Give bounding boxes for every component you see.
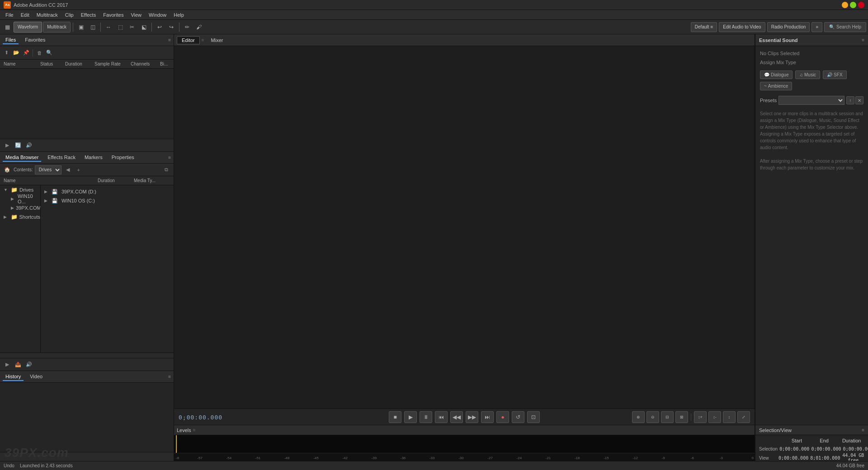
presets-save-btn[interactable]: ↑ [846, 96, 854, 104]
dialogue-button[interactable]: 💬 Dialogue [760, 70, 793, 79]
tab-video[interactable]: Video [27, 373, 45, 381]
amplitude-full[interactable]: ⤢ [737, 411, 750, 423]
col-name-header: Name [2, 61, 38, 66]
window-controls[interactable] [842, 2, 864, 8]
maximize-button[interactable] [850, 2, 856, 8]
files-play-btn[interactable]: ▶ [3, 141, 12, 150]
menu-help[interactable]: Help [170, 11, 188, 19]
forward-button[interactable]: ▶▶ [466, 411, 478, 423]
menu-effects[interactable]: Effects [77, 11, 99, 19]
media-sound-btn[interactable]: 🔊 [24, 360, 33, 369]
tab-files[interactable]: Files [3, 36, 19, 44]
files-volume-btn[interactable]: 🔊 [24, 141, 33, 150]
editor-controls: 0;00:00.000 ■ ▶ ⏸ ⏮ ◀◀ ▶▶ ⏭ ● ↺ ⊡ ⊕ ⊖ ⊟ … [174, 409, 755, 425]
prev-button[interactable]: ⏮ [435, 411, 448, 423]
files-panel-menu-icon[interactable]: ≡ [168, 38, 171, 42]
expand-win10-icon: ▶ [44, 198, 50, 203]
output-button[interactable]: ⊡ [527, 411, 540, 423]
zoom-full-btn[interactable]: ⊠ [675, 411, 688, 423]
amplitude-fit[interactable]: ↕ [723, 411, 736, 423]
tree-drives[interactable]: ▼ 📁 Drives [0, 185, 40, 194]
tree-39px[interactable]: ▶ 39PX.COM... [0, 203, 40, 212]
tab-media-browser[interactable]: Media Browser [3, 154, 41, 162]
levels-menu-icon[interactable]: ≡ [193, 428, 196, 432]
record-button[interactable]: ● [496, 411, 509, 423]
workspace-edit-audio[interactable]: Edit Audio to Video [719, 22, 765, 32]
toolbar-btn-1[interactable]: ▣ [75, 22, 86, 33]
sfx-button[interactable]: 🔊 SFX [823, 70, 846, 79]
media-home-btn[interactable]: 🏠 [3, 165, 12, 174]
stop-button[interactable]: ■ [389, 411, 401, 423]
essential-menu-icon[interactable]: ≡ [862, 38, 864, 42]
files-import-btn[interactable]: ⬆ [2, 48, 11, 57]
files-loop-btn[interactable]: 🔄 [14, 141, 23, 150]
menu-file[interactable]: File [2, 11, 17, 19]
media-add-btn[interactable]: + [74, 165, 83, 174]
tree-win10o[interactable]: ▶ WIN10 O... [0, 194, 40, 203]
search-help-button[interactable]: 🔍 Search Help [824, 22, 866, 32]
tab-properties[interactable]: Properties [109, 154, 137, 162]
toolbar-razor-tool[interactable]: ✂ [127, 22, 137, 33]
tab-mixer[interactable]: Mixer [206, 36, 228, 44]
menu-favorites[interactable]: Favorites [99, 11, 127, 19]
presets-dropdown[interactable] [778, 96, 844, 105]
history-panel-tabs: History Video ≡ [0, 371, 174, 383]
media-import-btn[interactable]: 📤 [14, 360, 23, 369]
ambience-button[interactable]: ~ Ambience [760, 82, 792, 90]
toolbar-undo[interactable]: ↩ [154, 22, 165, 33]
toolbar-btn-2[interactable]: ◫ [87, 22, 98, 33]
menu-view[interactable]: View [127, 11, 145, 19]
media-play-btn[interactable]: ▶ [3, 360, 12, 369]
drives-folder-icon: 📁 [11, 187, 18, 193]
toolbar-selection-tool[interactable]: ⬚ [115, 22, 126, 33]
tab-markers[interactable]: Markers [82, 154, 105, 162]
presets-delete-btn[interactable]: ✕ [855, 96, 863, 104]
history-panel-menu-icon[interactable]: ≡ [168, 374, 171, 379]
files-open-btn[interactable]: 📂 [12, 48, 21, 57]
rewind-button[interactable]: ◀◀ [450, 411, 463, 423]
menu-multitrack[interactable]: Multitrack [33, 11, 61, 19]
workspace-more[interactable]: » [811, 22, 822, 32]
media-panel-menu-icon[interactable]: ≡ [168, 155, 171, 160]
music-button[interactable]: ♫ Music [795, 70, 820, 79]
media-filter-btn[interactable]: ⧉ [162, 165, 171, 174]
close-button[interactable] [858, 2, 864, 8]
tab-effects-rack[interactable]: Effects Rack [45, 154, 78, 162]
media-item-39px[interactable]: ▶ 💾 39PX.COM (D:) [41, 187, 174, 196]
zoom-out-btn[interactable]: ⊖ [646, 411, 659, 423]
files-delete-btn[interactable]: 🗑 [35, 48, 44, 57]
media-back-btn[interactable]: ◀ [63, 165, 72, 174]
tab-editor[interactable]: Editor [177, 36, 200, 44]
amplitude-zoom-out[interactable]: ↕- [708, 411, 721, 423]
toolbar-grid-icon[interactable]: ▦ [2, 22, 13, 33]
next-button[interactable]: ⏭ [481, 411, 494, 423]
toolbar-lasso-tool[interactable]: ⬕ [138, 22, 149, 33]
files-search-btn[interactable]: 🔍 [45, 48, 54, 57]
pause-button[interactable]: ⏸ [420, 411, 432, 423]
toolbar-redo[interactable]: ↪ [166, 22, 177, 33]
media-item-win10[interactable]: ▶ 💾 WIN10 OS (C:) [41, 196, 174, 205]
zoom-in-btn[interactable]: ⊕ [632, 411, 645, 423]
workspace-radio[interactable]: Radio Production [767, 22, 810, 32]
minimize-button[interactable] [842, 2, 848, 8]
files-pin-btn[interactable]: 📌 [22, 48, 31, 57]
waveform-button[interactable]: Waveform [14, 22, 42, 33]
menu-edit[interactable]: Edit [17, 11, 33, 19]
toolbar-brush[interactable]: 🖌 [193, 22, 204, 33]
tab-history[interactable]: History [3, 373, 24, 381]
multitrack-button[interactable]: Multitrack [43, 22, 71, 33]
zoom-fit-btn[interactable]: ⊟ [661, 411, 674, 423]
contents-dropdown[interactable]: Drives [35, 165, 61, 174]
toolbar-pencil[interactable]: ✏ [182, 22, 193, 33]
toolbar-move-tool[interactable]: ↔ [103, 22, 114, 33]
tree-shortcuts[interactable]: ▶ 📁 Shortcuts [0, 212, 40, 221]
play-button[interactable]: ▶ [404, 411, 417, 423]
loop-button[interactable]: ↺ [512, 411, 524, 423]
menu-window[interactable]: Window [145, 11, 170, 19]
menu-clip[interactable]: Clip [61, 11, 77, 19]
amplitude-zoom-in[interactable]: ↕+ [694, 411, 707, 423]
tab-favorites[interactable]: Favorites [22, 36, 48, 44]
media-horizontal-scrollbar[interactable] [0, 352, 174, 358]
selection-menu-icon[interactable]: ≡ [862, 428, 864, 432]
workspace-default[interactable]: Default ≡ [691, 22, 717, 32]
